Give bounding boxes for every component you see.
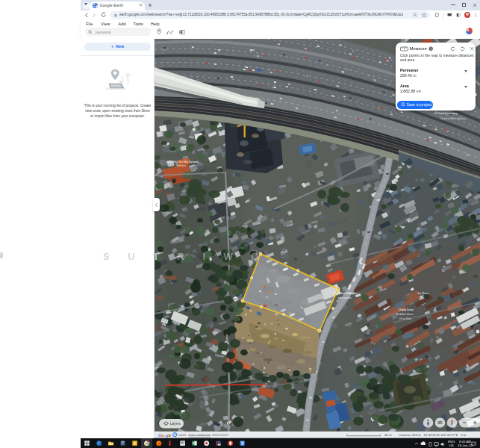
svg-text:3D: 3D [437, 421, 443, 425]
svg-text:20/11/2023: 20/11/2023 [212, 433, 228, 437]
svg-text:Si Rat Expressway: Si Rat Expressway [434, 112, 458, 115]
svg-text:Camera: 259 m 13°42'41"N 100: Camera: 259 m 13°42'41"N 100°32'17"E 2 m [399, 433, 467, 437]
svg-text:Google: Google [158, 433, 172, 438]
svg-text:(Chao Mae): (Chao Mae) [399, 317, 411, 320]
svg-text:Data attribution: Data attribution [189, 433, 211, 437]
svg-text:Por Chai Stainless: Por Chai Stainless [334, 291, 358, 295]
svg-text:40 m: 40 m [384, 433, 392, 437]
svg-text:Suthaos: Suthaos [177, 164, 186, 167]
svg-text:Wat Mai Yai Nui School: Wat Mai Yai Nui School [166, 160, 199, 164]
svg-text:Chong Kong: Chong Kong [399, 308, 414, 311]
svg-text:Jay Waan: Jay Waan [417, 292, 428, 295]
svg-text:Buddhist Shrine: Buddhist Shrine [396, 313, 414, 316]
svg-text:100%: 100% [178, 433, 187, 437]
svg-text:Chalerm Maha Nakhon: Chalerm Maha Nakhon [440, 117, 466, 120]
svg-text:steel works: steel works [338, 296, 352, 299]
svg-text:Layers: Layers [170, 422, 181, 426]
